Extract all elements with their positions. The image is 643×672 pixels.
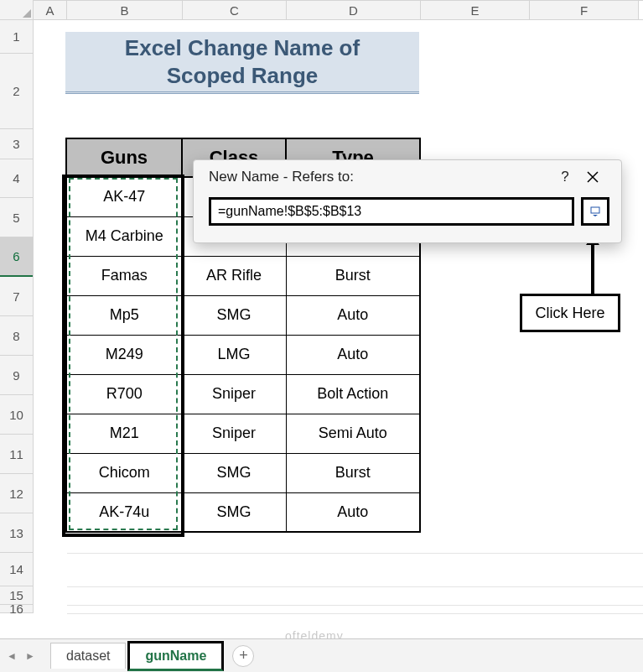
close-icon — [586, 170, 599, 184]
cell[interactable]: LMG — [182, 335, 286, 374]
sheet-tab-gunName[interactable]: gunName — [127, 641, 224, 671]
sheet-tab-dataset[interactable]: dataset — [50, 643, 126, 669]
column-header-A[interactable]: A — [34, 1, 67, 19]
row-header-3[interactable]: 3 — [0, 129, 33, 159]
title-line1: Excel Change Name of — [125, 34, 360, 62]
annotation-label: Click Here — [535, 305, 604, 322]
column-header-E[interactable]: E — [421, 1, 530, 19]
table-row: AK-74uSMGAuto — [66, 492, 420, 532]
column-header-C[interactable]: C — [183, 1, 287, 19]
svg-rect-0 — [591, 207, 599, 213]
cell[interactable]: M21 — [66, 414, 182, 453]
collapse-icon — [590, 206, 600, 216]
row-header-2[interactable]: 2 — [0, 54, 33, 129]
nav-next-icon: ► — [25, 650, 35, 662]
row-header-7[interactable]: 7 — [0, 277, 33, 316]
cell[interactable]: SMG — [182, 295, 286, 335]
sheet-tabs-bar: ◄ ► datasetgunName + — [0, 638, 643, 672]
row-header-14[interactable]: 14 — [0, 553, 33, 586]
cell[interactable]: Chicom — [66, 453, 182, 492]
collapse-dialog-button[interactable] — [581, 197, 609, 226]
cell[interactable]: Burst — [286, 453, 420, 492]
cell[interactable]: Semi Auto — [286, 414, 420, 453]
table-row: ChicomSMGBurst — [66, 453, 420, 492]
table-row: M21SniperSemi Auto — [66, 414, 420, 453]
table-row: FamasAR RifleBurst — [66, 256, 420, 295]
table-row: M249LMGAuto — [66, 335, 420, 374]
row-header-11[interactable]: 11 — [0, 435, 33, 474]
cell[interactable]: AK-74u — [66, 492, 182, 532]
row-header-10[interactable]: 10 — [0, 395, 33, 435]
refers-to-input[interactable] — [209, 197, 574, 226]
nav-prev-icon: ◄ — [7, 650, 17, 662]
annotation-box: Click Here — [520, 294, 620, 332]
title-merged-cell: Excel Change Name of Scoped Range — [65, 32, 419, 94]
column-header-D[interactable]: D — [287, 1, 421, 19]
cell[interactable]: SMG — [182, 492, 286, 532]
spreadsheet-grid: ABCDEF 12345678910111213141516 Excel Cha… — [0, 0, 643, 638]
row-headers: 12345678910111213141516 — [0, 20, 34, 613]
column-header-B[interactable]: B — [67, 1, 183, 19]
row-header-1[interactable]: 1 — [0, 20, 33, 54]
cell[interactable]: Auto — [286, 295, 420, 335]
column-header-F[interactable]: F — [530, 1, 639, 19]
cell[interactable]: SMG — [182, 453, 286, 492]
new-name-dialog: New Name - Refers to: ? — [193, 159, 622, 243]
table-header-guns[interactable]: Guns — [66, 138, 182, 177]
plus-icon: + — [239, 647, 248, 664]
tab-nav-arrows[interactable]: ◄ ► — [7, 650, 35, 662]
cell[interactable]: AR Rifle — [182, 256, 286, 295]
cell[interactable]: R700 — [66, 374, 182, 414]
row-header-4[interactable]: 4 — [0, 159, 33, 198]
cell[interactable]: Famas — [66, 256, 182, 295]
table-row: R700SniperBolt Action — [66, 374, 420, 414]
row-header-8[interactable]: 8 — [0, 316, 33, 356]
cell[interactable]: Bolt Action — [286, 374, 420, 414]
title-line2: Scoped Range — [167, 62, 319, 90]
cell[interactable]: Mp5 — [66, 295, 182, 335]
cell[interactable]: Auto — [286, 492, 420, 532]
row-header-6[interactable]: 6 — [0, 237, 33, 277]
dialog-help-button[interactable]: ? — [554, 169, 576, 185]
row-header-9[interactable]: 9 — [0, 356, 33, 395]
row-header-13[interactable]: 13 — [0, 513, 33, 553]
cell[interactable]: Burst — [286, 256, 420, 295]
cell[interactable]: AK-47 — [66, 177, 182, 216]
column-headers: ABCDEF — [34, 0, 643, 20]
cell[interactable]: Sniper — [182, 374, 286, 414]
cell[interactable]: Auto — [286, 335, 420, 374]
annotation-arrow — [591, 243, 594, 294]
row-header-12[interactable]: 12 — [0, 474, 33, 513]
dialog-title: New Name - Refers to: — [209, 169, 554, 185]
dialog-close-button[interactable] — [576, 170, 609, 184]
row-header-5[interactable]: 5 — [0, 198, 33, 237]
cell[interactable]: Sniper — [182, 414, 286, 453]
row-header-16[interactable]: 16 — [0, 605, 33, 613]
table-row: Mp5SMGAuto — [66, 295, 420, 335]
select-all-triangle[interactable] — [0, 0, 34, 20]
new-sheet-button[interactable]: + — [232, 645, 254, 667]
cell[interactable]: M4 Carbine — [66, 216, 182, 256]
cell[interactable]: M249 — [66, 335, 182, 374]
